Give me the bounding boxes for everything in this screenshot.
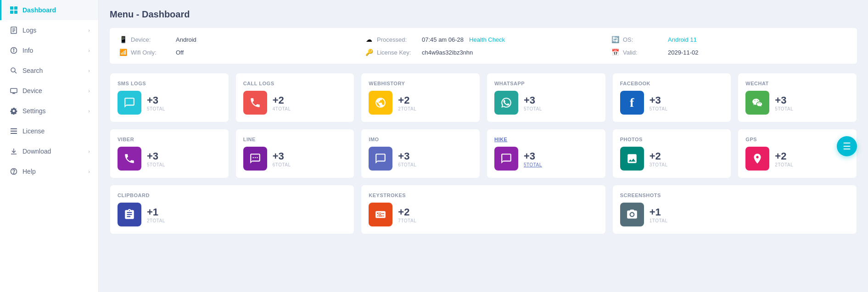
card-stats-line: +3 6TOTAL: [273, 150, 291, 167]
sidebar-item-device[interactable]: Device ›: [0, 81, 98, 101]
card-screenshots[interactable]: SCREENSHOTS +1 1TOTAL: [612, 185, 857, 234]
card-stats-screenshots: +1 1TOTAL: [650, 206, 668, 223]
card-whatsapp[interactable]: WHATSAPP +3 5TOTAL: [487, 73, 606, 122]
sidebar-item-info[interactable]: Info ›: [0, 40, 98, 61]
card-icon-sms-logs: [118, 91, 141, 115]
card-stats-clipboard: +1 2TOTAL: [147, 206, 165, 223]
wifi-row: 📶 Wifi Only: Off: [119, 48, 356, 56]
sidebar-label-help: Help: [22, 168, 36, 175]
card-call-logs[interactable]: CALL LOGS +2 4TOTAL: [235, 73, 355, 122]
chevron-icon: ›: [88, 68, 90, 73]
card-stats-webhistory: +2 2TOTAL: [398, 94, 416, 111]
card-clipboard[interactable]: CLIPBOARD +1 2TOTAL: [110, 185, 354, 234]
card-title-facebook: FACEBOOK: [620, 81, 724, 86]
wifi-label: Wifi Only:: [131, 49, 172, 56]
card-wechat[interactable]: WECHAT +3 5TOTAL: [738, 73, 857, 122]
card-title-clipboard: CLIPBOARD: [118, 193, 347, 198]
card-title-keystrokes: KEYSTROKES: [369, 193, 598, 198]
card-gps[interactable]: GPS +2 2TOTAL: [738, 129, 857, 178]
card-title-wechat: WECHAT: [745, 81, 849, 86]
card-icon-facebook: f: [620, 91, 644, 115]
card-photos[interactable]: PHOTOS +2 3TOTAL: [612, 129, 732, 178]
card-total-hike[interactable]: 5TOTAL: [524, 162, 542, 167]
valid-label: Valid:: [623, 49, 664, 56]
sidebar-item-settings[interactable]: Settings ›: [0, 101, 98, 121]
card-icon-wechat: [745, 91, 769, 115]
card-content-facebook: f +3 5TOTAL: [620, 91, 724, 115]
chevron-icon: ›: [88, 28, 90, 33]
card-icon-clipboard: [118, 203, 141, 226]
sidebar-item-license[interactable]: License: [0, 121, 98, 141]
svg-rect-13: [11, 88, 17, 93]
sidebar-item-logs[interactable]: Logs ›: [0, 20, 98, 40]
card-count-call-logs: +2: [273, 94, 291, 106]
card-total-call-logs: 4TOTAL: [273, 106, 291, 111]
card-icon-photos: [620, 147, 644, 171]
card-stats-photos: +2 3TOTAL: [650, 150, 668, 167]
device-value: Android: [176, 36, 196, 43]
card-hike[interactable]: HIKE +3 5TOTAL: [487, 129, 606, 178]
svg-rect-1: [14, 6, 17, 10]
processed-icon: ☁: [365, 35, 373, 44]
card-count-keystrokes: +2: [398, 206, 416, 218]
svg-rect-2: [10, 11, 13, 14]
os-icon: 🔄: [611, 35, 619, 44]
card-imo[interactable]: IMO +3 6TOTAL: [361, 129, 480, 178]
health-check-link[interactable]: Health Check: [469, 36, 505, 43]
sidebar-label-info: Info: [22, 47, 33, 54]
os-label: OS:: [623, 36, 664, 43]
valid-value: 2029-11-02: [668, 49, 699, 56]
device-icon: [10, 87, 18, 95]
card-title-webhistory: WEBHISTORY: [369, 81, 472, 86]
os-row: 🔄 OS: Android 11: [611, 35, 848, 44]
device-label: Device:: [131, 36, 172, 43]
dashboard-icon: [10, 6, 18, 14]
sidebar-item-search[interactable]: Search ›: [0, 61, 98, 81]
calendar-icon: 📅: [611, 48, 619, 56]
card-title-sms-logs: SMS LOGS: [118, 81, 221, 86]
card-title-hike: HIKE: [494, 137, 598, 142]
svg-rect-0: [10, 6, 13, 10]
card-total-viber: 5TOTAL: [147, 162, 165, 167]
wifi-icon: 📶: [119, 48, 127, 56]
cards-row3: CLIPBOARD +1 2TOTAL KEYSTROKES +2 7TOTAL…: [110, 185, 857, 234]
card-title-photos: PHOTOS: [620, 137, 724, 142]
card-title-gps: GPS: [745, 137, 849, 142]
card-count-viber: +3: [147, 150, 165, 162]
card-facebook[interactable]: FACEBOOK f +3 5TOTAL: [612, 73, 732, 122]
chevron-icon: ›: [88, 48, 90, 53]
sidebar-item-dashboard[interactable]: Dashboard: [0, 0, 98, 20]
card-content-hike: +3 5TOTAL: [494, 147, 598, 171]
card-stats-call-logs: +2 4TOTAL: [273, 94, 291, 111]
card-icon-call-logs: [243, 91, 267, 115]
card-count-photos: +2: [650, 150, 668, 162]
card-count-gps: +2: [775, 150, 793, 162]
card-total-clipboard: 2TOTAL: [147, 218, 165, 223]
settings-icon: [10, 107, 18, 115]
svg-rect-17: [11, 131, 17, 132]
card-count-wechat: +3: [775, 94, 793, 106]
card-stats-viber: +3 5TOTAL: [147, 150, 165, 167]
processed-row: ☁ Processed: 07:45 am 06-28 Health Check: [365, 35, 602, 44]
sidebar-item-help[interactable]: Help ›: [0, 161, 98, 182]
fab-menu-button[interactable]: ☰: [837, 136, 857, 156]
processed-label: Processed:: [377, 36, 418, 43]
card-total-imo: 6TOTAL: [398, 162, 416, 167]
card-webhistory[interactable]: WEBHISTORY +2 2TOTAL: [361, 73, 480, 122]
card-count-webhistory: +2: [398, 94, 416, 106]
card-sms-logs[interactable]: SMS LOGS +3 5TOTAL: [110, 73, 229, 122]
card-count-facebook: +3: [650, 94, 668, 106]
card-keystrokes[interactable]: KEYSTROKES +2 7TOTAL: [361, 185, 605, 234]
sidebar-item-download[interactable]: Download ›: [0, 141, 98, 161]
card-viber[interactable]: VIBER +3 5TOTAL: [110, 129, 229, 178]
card-count-screenshots: +1: [650, 206, 668, 218]
card-content-viber: +3 5TOTAL: [118, 147, 221, 171]
card-content-clipboard: +1 2TOTAL: [118, 203, 347, 226]
card-count-clipboard: +1: [147, 206, 165, 218]
card-content-whatsapp: +3 5TOTAL: [494, 91, 598, 115]
logs-icon: [10, 26, 18, 34]
processed-value: 07:45 am 06-28: [422, 36, 464, 43]
card-icon-webhistory: [369, 91, 392, 115]
sidebar-label-license: License: [22, 127, 45, 135]
card-line[interactable]: LINE +3 6TOTAL: [235, 129, 355, 178]
